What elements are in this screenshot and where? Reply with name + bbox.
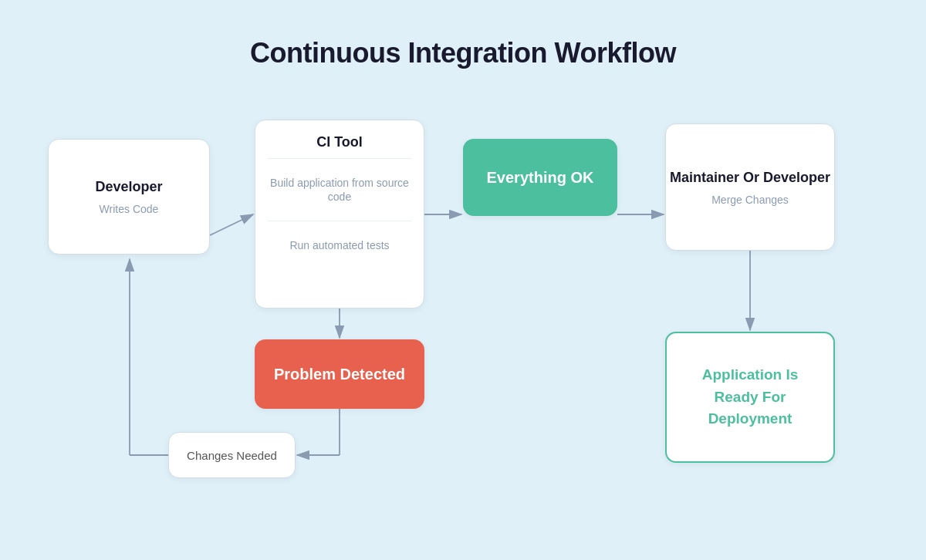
page-title: Continuous Integration Workflow: [0, 0, 926, 69]
developer-subtitle: Writes Code: [100, 203, 159, 215]
everything-ok-card: Everything OK: [463, 139, 617, 216]
problem-detected-card: Problem Detected: [255, 339, 424, 409]
app-ready-title: Application Is Ready For Deployment: [667, 352, 833, 443]
maintainer-subtitle: Merge Changes: [711, 194, 789, 206]
svg-line-2: [210, 214, 253, 235]
developer-title: Developer: [95, 179, 162, 195]
developer-card: Developer Writes Code: [48, 139, 210, 255]
diagram: Developer Writes Code CI Tool Build appl…: [0, 100, 926, 560]
changes-needed-card: Changes Needed: [168, 432, 296, 478]
citool-step2: Run automated tests: [289, 239, 389, 251]
problem-detected-title: Problem Detected: [274, 366, 405, 383]
app-ready-card: Application Is Ready For Deployment: [665, 332, 835, 463]
maintainer-card: Maintainer Or Developer Merge Changes: [665, 123, 835, 251]
citool-title: CI Tool: [255, 134, 424, 150]
maintainer-title: Maintainer Or Developer: [670, 168, 830, 187]
changes-needed-label: Changes Needed: [187, 449, 277, 462]
everything-ok-title: Everything OK: [487, 169, 594, 187]
citool-step1: Build application from source code: [270, 177, 409, 203]
citool-card: CI Tool Build application from source co…: [255, 120, 424, 309]
